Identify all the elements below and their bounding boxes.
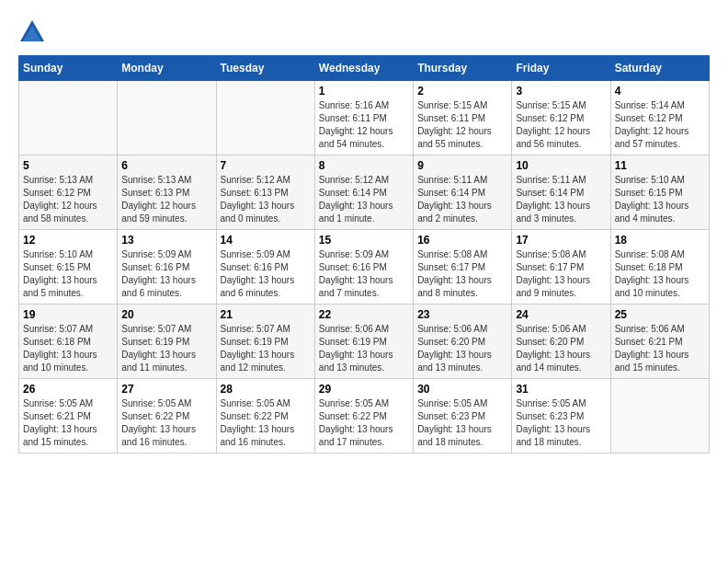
day-info: Sunrise: 5:05 AM Sunset: 6:21 PM Dayligh… [23,397,113,449]
empty-cell [610,379,709,454]
day-info: Sunrise: 5:09 AM Sunset: 6:16 PM Dayligh… [221,248,311,300]
day-number: 2 [417,85,507,98]
day-number: 10 [516,159,606,172]
day-number: 8 [319,159,409,172]
empty-cell [19,81,118,155]
day-number: 11 [615,159,705,172]
day-number: 9 [417,159,507,172]
day-cell-14: 14Sunrise: 5:09 AM Sunset: 6:16 PM Dayli… [216,230,314,304]
day-info: Sunrise: 5:10 AM Sunset: 6:15 PM Dayligh… [23,248,113,300]
day-cell-6: 6Sunrise: 5:13 AM Sunset: 6:13 PM Daylig… [118,155,216,230]
day-cell-20: 20Sunrise: 5:07 AM Sunset: 6:19 PM Dayli… [118,304,216,379]
day-info: Sunrise: 5:06 AM Sunset: 6:20 PM Dayligh… [417,323,507,374]
day-info: Sunrise: 5:07 AM Sunset: 6:19 PM Dayligh… [221,323,311,374]
week-row-1: 1Sunrise: 5:16 AM Sunset: 6:11 PM Daylig… [19,81,710,155]
day-cell-31: 31Sunrise: 5:05 AM Sunset: 6:23 PM Dayli… [512,379,610,454]
col-header-tuesday: Tuesday [216,56,314,81]
day-cell-7: 7Sunrise: 5:12 AM Sunset: 6:13 PM Daylig… [216,155,314,230]
day-number: 3 [516,85,606,98]
day-info: Sunrise: 5:05 AM Sunset: 6:22 PM Dayligh… [221,397,311,449]
empty-cell [216,81,314,155]
day-info: Sunrise: 5:09 AM Sunset: 6:16 PM Dayligh… [121,248,211,300]
day-info: Sunrise: 5:09 AM Sunset: 6:16 PM Dayligh… [319,248,409,300]
col-header-monday: Monday [118,56,216,81]
col-header-saturday: Saturday [610,56,709,81]
day-cell-11: 11Sunrise: 5:10 AM Sunset: 6:15 PM Dayli… [610,155,709,230]
day-number: 6 [121,159,211,172]
day-cell-23: 23Sunrise: 5:06 AM Sunset: 6:20 PM Dayli… [414,304,512,379]
day-number: 13 [121,234,211,247]
day-cell-28: 28Sunrise: 5:05 AM Sunset: 6:22 PM Dayli… [216,379,314,454]
day-cell-3: 3Sunrise: 5:15 AM Sunset: 6:12 PM Daylig… [512,81,610,155]
logo [18,18,51,46]
day-number: 19 [23,308,113,321]
day-number: 5 [23,159,113,172]
col-header-friday: Friday [512,56,610,81]
page-header [18,18,710,46]
day-info: Sunrise: 5:15 AM Sunset: 6:11 PM Dayligh… [417,99,507,151]
day-number: 28 [221,383,311,396]
empty-cell [118,81,216,155]
day-number: 25 [615,308,705,321]
day-info: Sunrise: 5:05 AM Sunset: 6:22 PM Dayligh… [121,397,211,449]
week-row-3: 12Sunrise: 5:10 AM Sunset: 6:15 PM Dayli… [19,230,710,304]
day-number: 26 [23,383,113,396]
day-number: 14 [221,234,311,247]
day-number: 15 [319,234,409,247]
day-cell-27: 27Sunrise: 5:05 AM Sunset: 6:22 PM Dayli… [118,379,216,454]
day-cell-13: 13Sunrise: 5:09 AM Sunset: 6:16 PM Dayli… [118,230,216,304]
col-header-sunday: Sunday [19,56,118,81]
day-number: 17 [516,234,606,247]
day-number: 21 [221,308,311,321]
day-info: Sunrise: 5:11 AM Sunset: 6:14 PM Dayligh… [516,174,606,225]
day-number: 22 [319,308,409,321]
day-info: Sunrise: 5:06 AM Sunset: 6:20 PM Dayligh… [516,323,606,374]
day-number: 12 [23,234,113,247]
day-number: 27 [121,383,211,396]
day-number: 30 [417,383,507,396]
col-header-thursday: Thursday [414,56,512,81]
day-info: Sunrise: 5:10 AM Sunset: 6:15 PM Dayligh… [615,174,705,225]
day-cell-10: 10Sunrise: 5:11 AM Sunset: 6:14 PM Dayli… [512,155,610,230]
day-info: Sunrise: 5:12 AM Sunset: 6:14 PM Dayligh… [319,174,409,225]
day-cell-26: 26Sunrise: 5:05 AM Sunset: 6:21 PM Dayli… [19,379,118,454]
day-cell-12: 12Sunrise: 5:10 AM Sunset: 6:15 PM Dayli… [19,230,118,304]
day-info: Sunrise: 5:07 AM Sunset: 6:19 PM Dayligh… [121,323,211,374]
day-cell-9: 9Sunrise: 5:11 AM Sunset: 6:14 PM Daylig… [414,155,512,230]
day-number: 23 [417,308,507,321]
day-info: Sunrise: 5:05 AM Sunset: 6:22 PM Dayligh… [319,397,409,449]
day-cell-18: 18Sunrise: 5:08 AM Sunset: 6:18 PM Dayli… [610,230,709,304]
calendar-table: SundayMondayTuesdayWednesdayThursdayFrid… [18,55,710,454]
day-cell-24: 24Sunrise: 5:06 AM Sunset: 6:20 PM Dayli… [512,304,610,379]
day-number: 20 [121,308,211,321]
day-number: 18 [615,234,705,247]
day-cell-17: 17Sunrise: 5:08 AM Sunset: 6:17 PM Dayli… [512,230,610,304]
day-cell-4: 4Sunrise: 5:14 AM Sunset: 6:12 PM Daylig… [610,81,709,155]
day-info: Sunrise: 5:13 AM Sunset: 6:12 PM Dayligh… [23,174,113,225]
day-info: Sunrise: 5:05 AM Sunset: 6:23 PM Dayligh… [417,397,507,449]
week-row-2: 5Sunrise: 5:13 AM Sunset: 6:12 PM Daylig… [19,155,710,230]
day-cell-5: 5Sunrise: 5:13 AM Sunset: 6:12 PM Daylig… [19,155,118,230]
day-number: 4 [615,85,705,98]
day-info: Sunrise: 5:06 AM Sunset: 6:21 PM Dayligh… [615,323,705,374]
day-info: Sunrise: 5:07 AM Sunset: 6:18 PM Dayligh… [23,323,113,374]
header-row: SundayMondayTuesdayWednesdayThursdayFrid… [19,56,710,81]
week-row-4: 19Sunrise: 5:07 AM Sunset: 6:18 PM Dayli… [19,304,710,379]
day-cell-8: 8Sunrise: 5:12 AM Sunset: 6:14 PM Daylig… [314,155,413,230]
day-cell-1: 1Sunrise: 5:16 AM Sunset: 6:11 PM Daylig… [314,81,413,155]
day-cell-29: 29Sunrise: 5:05 AM Sunset: 6:22 PM Dayli… [314,379,413,454]
day-number: 31 [516,383,606,396]
day-cell-15: 15Sunrise: 5:09 AM Sunset: 6:16 PM Dayli… [314,230,413,304]
day-info: Sunrise: 5:11 AM Sunset: 6:14 PM Dayligh… [417,174,507,225]
day-cell-21: 21Sunrise: 5:07 AM Sunset: 6:19 PM Dayli… [216,304,314,379]
day-cell-25: 25Sunrise: 5:06 AM Sunset: 6:21 PM Dayli… [610,304,709,379]
day-cell-19: 19Sunrise: 5:07 AM Sunset: 6:18 PM Dayli… [19,304,118,379]
week-row-5: 26Sunrise: 5:05 AM Sunset: 6:21 PM Dayli… [19,379,710,454]
day-number: 1 [319,85,409,98]
day-cell-16: 16Sunrise: 5:08 AM Sunset: 6:17 PM Dayli… [414,230,512,304]
day-info: Sunrise: 5:08 AM Sunset: 6:17 PM Dayligh… [516,248,606,300]
day-info: Sunrise: 5:14 AM Sunset: 6:12 PM Dayligh… [615,99,705,151]
day-info: Sunrise: 5:08 AM Sunset: 6:18 PM Dayligh… [615,248,705,300]
day-number: 7 [221,159,311,172]
day-info: Sunrise: 5:08 AM Sunset: 6:17 PM Dayligh… [417,248,507,300]
